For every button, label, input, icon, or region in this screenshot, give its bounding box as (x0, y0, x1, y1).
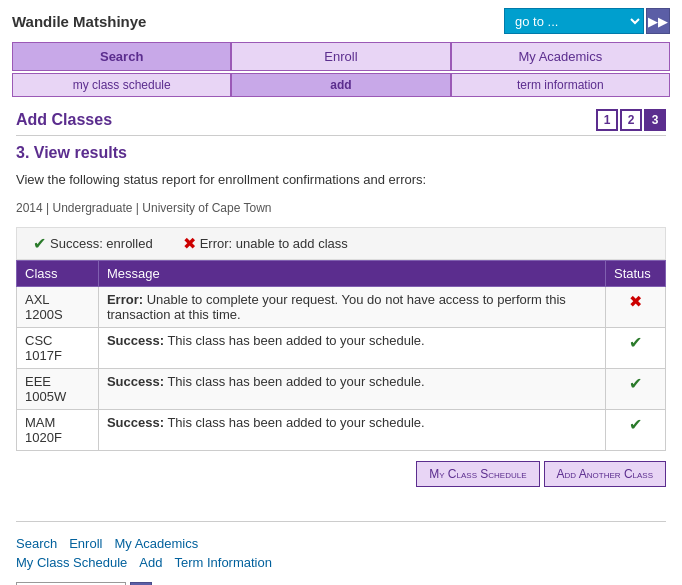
footer-term-information-link[interactable]: Term Information (174, 555, 272, 570)
tab-my-academics[interactable]: My Academics (451, 42, 670, 71)
footer-my-academics-link[interactable]: My Academics (114, 536, 198, 551)
message-cell: Error: Unable to complete your request. … (98, 287, 605, 328)
footer-nav1: Search Enroll My Academics (0, 530, 682, 553)
footer-search-link[interactable]: Search (16, 536, 57, 551)
footer-nav2: My Class Schedule Add Term Information (0, 553, 682, 576)
table-row: MAM 1020FSuccess: This class has been ad… (17, 410, 666, 451)
subtab-term-information[interactable]: term information (451, 73, 670, 97)
class-cell: CSC 1017F (17, 328, 99, 369)
status-cell: ✔ (606, 328, 666, 369)
table-row: EEE 1005WSuccess: This class has been ad… (17, 369, 666, 410)
footer-divider (16, 521, 666, 522)
class-cell: MAM 1020F (17, 410, 99, 451)
page-title-row: Add Classes 1 2 3 (16, 109, 666, 136)
table-row: AXL 1200SError: Unable to complete your … (17, 287, 666, 328)
status-cell: ✔ (606, 369, 666, 410)
add-another-class-button[interactable]: Add Another Class (544, 461, 666, 487)
footer-enroll-link[interactable]: Enroll (69, 536, 102, 551)
goto-button[interactable]: ▶▶ (646, 8, 670, 34)
goto-select[interactable]: go to ... (504, 8, 644, 34)
status-success-icon: ✔ (629, 416, 642, 433)
col-status: Status (606, 261, 666, 287)
status-cell: ✔ (606, 410, 666, 451)
success-check-icon: ✔ (33, 234, 46, 253)
action-buttons: My Class Schedule Add Another Class (16, 461, 666, 487)
status-cell: ✖ (606, 287, 666, 328)
error-x-icon: ✖ (183, 234, 196, 253)
legend-success-text: Success: enrolled (50, 236, 153, 251)
status-success-icon: ✔ (629, 334, 642, 351)
nav-tabs: Search Enroll My Academics (0, 42, 682, 71)
page-title-text: Add Classes (16, 111, 112, 129)
legend: ✔ Success: enrolled ✖ Error: unable to a… (16, 227, 666, 260)
step-3: 3 (644, 109, 666, 131)
message-cell: Success: This class has been added to yo… (98, 328, 605, 369)
term-info: 2014 | Undergraduate | University of Cap… (16, 201, 666, 215)
content-area: Add Classes 1 2 3 3. View results View t… (0, 99, 682, 513)
message-cell: Success: This class has been added to yo… (98, 410, 605, 451)
footer-my-class-schedule-link[interactable]: My Class Schedule (16, 555, 127, 570)
table-row: CSC 1017FSuccess: This class has been ad… (17, 328, 666, 369)
step-1: 1 (596, 109, 618, 131)
step-2: 2 (620, 109, 642, 131)
goto-container: go to ... ▶▶ (504, 8, 670, 34)
class-cell: AXL 1200S (17, 287, 99, 328)
class-cell: EEE 1005W (17, 369, 99, 410)
my-class-schedule-button[interactable]: My Class Schedule (416, 461, 539, 487)
tab-enroll[interactable]: Enroll (231, 42, 450, 71)
steps-indicator: 1 2 3 (596, 109, 666, 131)
col-message: Message (98, 261, 605, 287)
legend-success: ✔ Success: enrolled (33, 234, 153, 253)
status-error-icon: ✖ (629, 293, 642, 310)
view-title: 3. View results (16, 144, 666, 162)
tab-search[interactable]: Search (12, 42, 231, 71)
enrollment-table: Class Message Status AXL 1200SError: Una… (16, 260, 666, 451)
footer-add-link[interactable]: Add (139, 555, 162, 570)
subtab-add[interactable]: add (231, 73, 450, 97)
message-cell: Success: This class has been added to yo… (98, 369, 605, 410)
top-bar: Wandile Matshinye go to ... ▶▶ (0, 0, 682, 42)
status-success-icon: ✔ (629, 375, 642, 392)
col-class: Class (17, 261, 99, 287)
legend-error-text: Error: unable to add class (200, 236, 348, 251)
legend-error: ✖ Error: unable to add class (183, 234, 348, 253)
sub-tabs: my class schedule add term information (0, 71, 682, 99)
view-subtitle: View the following status report for enr… (16, 172, 666, 187)
username: Wandile Matshinye (12, 13, 146, 30)
subtab-my-class-schedule[interactable]: my class schedule (12, 73, 231, 97)
footer-goto: go to ... ▶▶ (0, 576, 682, 585)
